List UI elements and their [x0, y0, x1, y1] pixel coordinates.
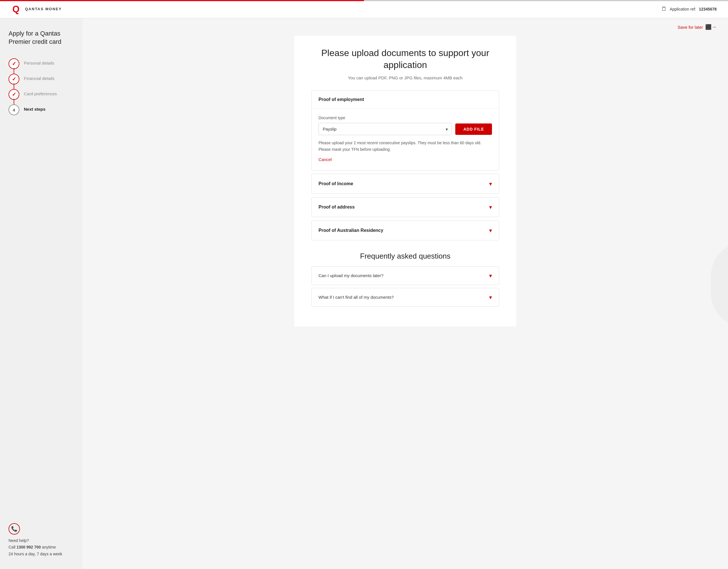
step-next-steps: 4 Next steps	[9, 102, 74, 117]
availability-text: anytime	[42, 545, 56, 549]
step-1-circle: ✓	[9, 58, 19, 69]
app-ref-label: Application ref:	[670, 7, 696, 11]
document-icon: 🗒	[661, 6, 667, 12]
step-3-circle: ✓	[9, 89, 19, 100]
save-later-container: Save for later ⬛→	[94, 24, 717, 30]
logo: Q QANTAS MONEY	[11, 4, 62, 14]
save-icon: ⬛→	[705, 24, 717, 30]
document-type-select[interactable]: Payslip Employment letter Tax return	[319, 123, 452, 135]
step-card-preferences: ✓ Card preferences	[9, 87, 74, 102]
accordion-income-header[interactable]: Proof of Income ▾	[312, 174, 499, 193]
checkmark-icon-3: ✓	[12, 91, 16, 98]
accordion-income: Proof of Income ▾	[311, 174, 499, 194]
checkmark-icon: ✓	[12, 61, 16, 67]
faq-title: Frequently asked questions	[311, 252, 499, 260]
upload-card: Please upload documents to support your …	[294, 36, 516, 327]
need-help-text: Need help?	[9, 538, 29, 543]
header: Q QANTAS MONEY 🗒 Application ref: 123456…	[0, 0, 728, 18]
help-text: Need help? Call 1300 992 700 anytime 24 …	[9, 537, 74, 558]
main-content: Save for later ⬛→ Please upload document…	[82, 18, 728, 569]
phone-number: 1300 992 700	[16, 545, 41, 549]
hours-text: 24 hours a day, 7 days a week	[9, 552, 62, 556]
step-personal-details: ✓ Personal details	[9, 56, 74, 71]
progress-steps: ✓ Personal details ✓ Financial details ✓…	[9, 56, 74, 117]
accordion-address-title: Proof of address	[319, 204, 355, 210]
faq-item-2: What if I can't find all of my documents…	[311, 288, 499, 307]
chevron-down-icon-residency: ▾	[489, 227, 492, 234]
app-ref: 🗒 Application ref: 12345678	[661, 6, 717, 12]
app-ref-number: 12345678	[699, 7, 717, 11]
document-type-label: Document type	[319, 115, 492, 120]
accordion-employment: Proof of employment Document type Paysli…	[311, 90, 499, 170]
phone-icon: 📞	[9, 523, 20, 535]
select-wrapper: Payslip Employment letter Tax return ▾	[319, 123, 452, 135]
page-title: Please upload documents to support your …	[311, 47, 499, 71]
form-row-employment: Payslip Employment letter Tax return ▾ A…	[319, 123, 492, 135]
accordion-employment-body: Document type Payslip Employment letter …	[312, 109, 499, 170]
logo-text: QANTAS MONEY	[25, 7, 62, 11]
qantas-logo-icon: Q	[11, 4, 22, 14]
save-for-later-button[interactable]: Save for later ⬛→	[678, 24, 717, 30]
employment-help-note: Please upload your 2 most recent consecu…	[319, 140, 492, 152]
step-2-circle: ✓	[9, 74, 19, 84]
help-section: 📞 Need help? Call 1300 992 700 anytime 2…	[9, 523, 74, 558]
step-4-circle: 4	[9, 104, 19, 115]
accordion-address-header[interactable]: Proof of address ▾	[312, 197, 499, 217]
sidebar: Apply for a Qantas Premier credit card ✓…	[0, 18, 82, 569]
step-4-number: 4	[13, 107, 15, 112]
checkmark-icon-2: ✓	[12, 76, 16, 82]
faq-question-1: Can I upload my documents later?	[319, 273, 383, 278]
accordion-residency-title: Proof of Australian Residency	[319, 228, 383, 233]
faq-header-1[interactable]: Can I upload my documents later? ▾	[312, 266, 499, 285]
accordion-address: Proof of address ▾	[311, 197, 499, 217]
step-4-label: Next steps	[24, 104, 45, 111]
faq-item-1: Can I upload my documents later? ▾	[311, 266, 499, 285]
call-label: Call	[9, 545, 15, 549]
chevron-down-icon-faq1: ▾	[489, 272, 492, 279]
page-subtitle: You can upload PDF, PNG or JPG files, ma…	[311, 75, 499, 80]
chevron-down-icon-address: ▾	[489, 204, 492, 210]
page-layout: Apply for a Qantas Premier credit card ✓…	[0, 18, 728, 569]
chevron-down-icon-income: ▾	[489, 180, 492, 187]
svg-text:Q: Q	[13, 4, 20, 14]
accordion-employment-title: Proof of employment	[319, 97, 364, 102]
chevron-down-icon-faq2: ▾	[489, 294, 492, 301]
sidebar-title: Apply for a Qantas Premier credit card	[9, 30, 74, 46]
accordion-employment-header[interactable]: Proof of employment	[312, 91, 499, 109]
faq-header-2[interactable]: What if I can't find all of my documents…	[312, 288, 499, 307]
accordion-residency: Proof of Australian Residency ▾	[311, 220, 499, 240]
accordion-residency-header[interactable]: Proof of Australian Residency ▾	[312, 221, 499, 240]
cancel-button[interactable]: Cancel	[319, 157, 332, 162]
accordion-income-title: Proof of Income	[319, 181, 353, 186]
step-financial-details: ✓ Financial details	[9, 71, 74, 87]
step-2-label: Financial details	[24, 74, 55, 81]
step-1-label: Personal details	[24, 58, 54, 65]
add-file-button[interactable]: ADD FILE	[455, 123, 492, 135]
save-later-label: Save for later	[678, 25, 703, 30]
faq-question-2: What if I can't find all of my documents…	[319, 295, 394, 300]
step-3-label: Card preferences	[24, 89, 57, 96]
